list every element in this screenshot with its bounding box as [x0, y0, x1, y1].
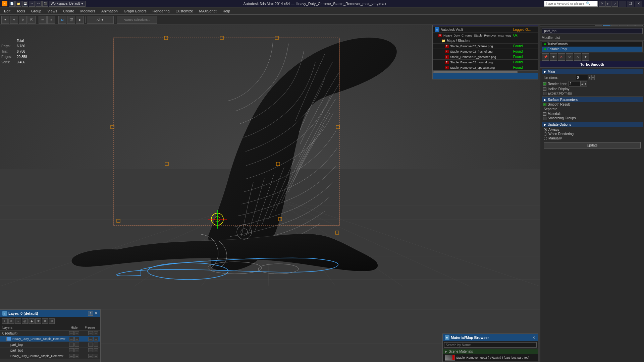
configure-btn[interactable]: ⚙: [566, 53, 573, 61]
layer-part-bot-freeze-btn[interactable]: —: [88, 348, 93, 352]
redo-btn[interactable]: ↪: [36, 1, 42, 7]
render-iters-spinbox[interactable]: ▲ ▼: [569, 81, 587, 86]
asset-row-maps[interactable]: 📁 Maps / Shaders: [433, 38, 538, 44]
layer-object-hide-btn[interactable]: —: [69, 354, 74, 358]
always-radio[interactable]: Always: [544, 128, 641, 131]
collapse-btn[interactable]: ▼: [582, 53, 589, 61]
mirror-btn[interactable]: ⇔: [39, 16, 47, 24]
explicit-normals-checkbox[interactable]: [543, 92, 546, 95]
search-input[interactable]: [546, 2, 586, 5]
menu-customize[interactable]: Customize: [173, 8, 196, 14]
move-btn[interactable]: ✛: [10, 16, 18, 24]
layer-row-0[interactable]: 0 (default) — — — —: [0, 330, 100, 336]
asset-scrollbar[interactable]: [433, 70, 538, 73]
layers-help-btn[interactable]: ?: [88, 311, 93, 316]
open-btn[interactable]: 📁: [15, 1, 21, 7]
render-iters-up[interactable]: ▲: [581, 81, 584, 86]
menu-graph-editors[interactable]: Graph Editors: [121, 8, 149, 14]
layer-0-freeze-btn[interactable]: —: [88, 331, 93, 335]
layer-0-hide-btn[interactable]: —: [69, 331, 74, 335]
render-iters-down[interactable]: ▼: [584, 81, 587, 86]
save-btn[interactable]: 💾: [22, 1, 28, 7]
layer-part-bot-hide-btn2[interactable]: —: [74, 348, 79, 352]
object-name-field[interactable]: part_top: [542, 28, 643, 34]
pin-btn[interactable]: 📌: [542, 53, 549, 61]
asset-row-specular[interactable]: T Staple_Remover02_specular.png Found: [433, 65, 538, 70]
update-button[interactable]: Update: [544, 142, 641, 148]
material-panel-close-btn[interactable]: ✕: [532, 336, 536, 340]
menu-tools[interactable]: Tools: [14, 8, 28, 14]
menu-help[interactable]: Help: [220, 8, 233, 14]
scene-materials-header[interactable]: ▶ Scene Materials: [443, 349, 538, 354]
search-next[interactable]: ▸: [605, 1, 611, 7]
layer-chrome-hide-btn[interactable]: —: [69, 337, 74, 341]
layer-chrome-freeze-btn[interactable]: —: [88, 337, 93, 341]
asset-row-diffuse[interactable]: T Staple_Remover02_Diffuse.png Found: [433, 44, 538, 49]
isoline-checkbox[interactable]: [543, 87, 546, 91]
layer-row-chrome[interactable]: Heavy_Duty_Chrome_Staple_Remover — — — —: [0, 336, 100, 342]
layer-part-top-hide-btn2[interactable]: —: [74, 343, 79, 347]
menu-rendering[interactable]: Rendering: [150, 8, 172, 14]
layer-row-part-bot[interactable]: part_bot — — — —: [0, 348, 100, 353]
surface-params-header[interactable]: ▶ Surface Parameters: [542, 97, 643, 102]
iterations-input[interactable]: [576, 75, 588, 80]
layer-row-object[interactable]: Heavy_Duty_Chrome_Staple_Remover — — — —: [0, 353, 100, 359]
layer-part-top-freeze-btn2[interactable]: —: [94, 343, 98, 347]
smooth-result-checkbox[interactable]: ✓: [543, 103, 546, 106]
render-btn[interactable]: 🎬: [42, 1, 48, 7]
main-section-header[interactable]: ▶ Main: [542, 69, 643, 74]
layers-close-btn[interactable]: ✕: [94, 311, 98, 316]
undo-btn[interactable]: ↩: [29, 1, 35, 7]
menu-group[interactable]: Group: [29, 8, 44, 14]
iterations-down[interactable]: ▼: [591, 75, 595, 80]
turbosmooth-modifier[interactable]: TurboSmooth: [542, 42, 642, 47]
materials-checkbox[interactable]: [543, 112, 546, 116]
search-go[interactable]: ⚲: [599, 1, 605, 7]
layer-part-bot-freeze-btn2[interactable]: —: [94, 348, 98, 352]
named-selections[interactable]: Named selections...: [117, 16, 157, 24]
layer-0-hide-btn2[interactable]: —: [74, 331, 79, 335]
minimize-btn[interactable]: —: [619, 1, 626, 7]
when-rendering-radio[interactable]: When Rendering: [544, 132, 641, 136]
material-editor-btn[interactable]: M: [58, 16, 66, 24]
lyr-sel-layer-btn[interactable]: ◎: [22, 318, 28, 324]
menu-create[interactable]: Create: [60, 8, 77, 14]
render-btn-tb[interactable]: ▶: [76, 16, 84, 24]
asset-row-normal[interactable]: T Staple_Remover02_normal.png Found: [433, 60, 538, 65]
asset-row-main[interactable]: M Heavy_Duty_Chrome_Staple_Remover_max_v…: [433, 33, 538, 38]
layers-scrollbar[interactable]: [0, 359, 100, 362]
layer-chrome-freeze-btn2[interactable]: —: [94, 337, 98, 341]
smoothing-groups-checkbox[interactable]: [543, 117, 546, 120]
menu-edit[interactable]: Edit: [1, 8, 13, 14]
lyr-set-current-btn[interactable]: ◆: [29, 318, 35, 324]
menu-modifiers[interactable]: Modifiers: [77, 8, 98, 14]
new-btn[interactable]: 📄: [9, 1, 15, 7]
layer-object-freeze-btn2[interactable]: —: [94, 354, 98, 358]
lyr-properties-btn[interactable]: ⚙: [49, 318, 55, 324]
render-setup-btn[interactable]: 🎬: [67, 16, 75, 24]
lyr-delete-btn[interactable]: ✕: [8, 318, 14, 324]
show-result-btn[interactable]: 👁: [550, 53, 557, 61]
layer-row-part-top[interactable]: part_top — — — —: [0, 342, 100, 348]
maximize-btn[interactable]: ❐: [627, 1, 634, 7]
update-options-header[interactable]: ▶ Update Options: [542, 122, 643, 127]
rotate-btn[interactable]: ↻: [19, 16, 27, 24]
asset-row-glossines[interactable]: T Staple_Remover02_glossines.png Found: [433, 54, 538, 60]
lyr-hide-btn[interactable]: 👁: [35, 318, 41, 324]
menu-maxscript[interactable]: MAXScript: [197, 8, 219, 14]
layer-object-freeze-btn[interactable]: —: [88, 354, 93, 358]
lyr-add-sel-btn[interactable]: →: [15, 318, 21, 324]
render-iters-input[interactable]: [569, 81, 581, 86]
menu-views[interactable]: Views: [45, 8, 60, 14]
menu-animation[interactable]: Animation: [99, 8, 120, 14]
scale-btn[interactable]: ⇱: [28, 16, 36, 24]
material-row-0[interactable]: Staple_Remover_geo2 ( VRayMtl ) [part_bo…: [443, 354, 538, 362]
layer-0-freeze-btn2[interactable]: —: [94, 331, 98, 335]
close-btn[interactable]: ✕: [635, 1, 642, 7]
layer-part-top-freeze-btn[interactable]: —: [88, 343, 93, 347]
layer-part-bot-hide-btn[interactable]: —: [69, 348, 74, 352]
lyr-freeze-btn[interactable]: ❄: [42, 318, 48, 324]
remove-modifier-btn[interactable]: ✕: [558, 53, 565, 61]
select-btn[interactable]: ✦: [1, 16, 9, 24]
layer-object-hide-btn2[interactable]: —: [74, 354, 79, 358]
